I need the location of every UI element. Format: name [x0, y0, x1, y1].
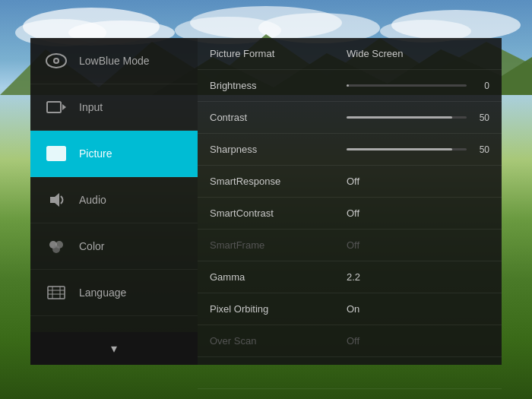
sidebar-item-picture[interactable]: Picture — [30, 131, 198, 177]
sidebar: LowBlue Mode Input Picture — [30, 38, 198, 365]
brightness-track[interactable] — [347, 84, 467, 87]
row-smart-response[interactable]: SmartResponse Off — [198, 166, 502, 198]
gamma-value: 2.2 — [347, 271, 489, 283]
brightness-label: Brightness — [210, 80, 347, 91]
color-label: Color — [79, 240, 104, 252]
smart-frame-label: SmartFrame — [210, 239, 347, 251]
sidebar-item-language[interactable]: Language — [30, 270, 198, 316]
over-scan-value: Off — [347, 335, 489, 347]
language-icon — [44, 280, 68, 305]
color-icon — [44, 234, 68, 258]
row-sharpness[interactable]: Sharpness 50 — [198, 134, 502, 166]
picture-format-label: Picture Format — [210, 48, 347, 59]
row-over-scan: Over Scan Off — [198, 325, 502, 357]
contrast-fill — [347, 116, 452, 119]
row-smart-contrast[interactable]: SmartContrast Off — [198, 198, 502, 230]
input-label: Input — [79, 101, 103, 113]
lowblue-label: LowBlue Mode — [79, 55, 150, 67]
row-gamma[interactable]: Gamma 2.2 — [198, 261, 502, 293]
svg-rect-15 — [47, 147, 65, 160]
chevron-down-icon[interactable]: ▾ — [111, 341, 117, 356]
svg-marker-16 — [50, 193, 59, 207]
picture-format-value: Wide Screen — [347, 48, 489, 59]
smart-response-value: Off — [347, 176, 489, 187]
row-smart-frame: SmartFrame Off — [198, 230, 502, 261]
svg-marker-14 — [62, 104, 66, 110]
contrast-track[interactable] — [347, 116, 467, 119]
sidebar-item-color[interactable]: Color — [30, 223, 198, 270]
gamma-label: Gamma — [210, 271, 347, 283]
sharpness-num: 50 — [474, 144, 489, 155]
contrast-slider-container: 50 — [347, 112, 489, 123]
audio-icon — [44, 188, 68, 212]
sidebar-item-lowblue[interactable]: LowBlue Mode — [30, 38, 198, 84]
sharpness-slider-container: 50 — [347, 144, 489, 155]
row-empty-1 — [198, 357, 502, 389]
over-scan-label: Over Scan — [210, 335, 347, 347]
row-contrast[interactable]: Contrast 50 — [198, 102, 502, 134]
smart-response-label: SmartResponse — [210, 176, 347, 187]
row-picture-format[interactable]: Picture Format Wide Screen — [198, 38, 502, 70]
brightness-fill — [347, 84, 349, 87]
sidebar-item-input[interactable]: Input — [30, 84, 198, 131]
menu-overlay: LowBlue Mode Input Picture — [30, 38, 502, 365]
row-pixel-orbiting[interactable]: Pixel Orbiting On — [198, 293, 502, 325]
sidebar-item-audio[interactable]: Audio — [30, 177, 198, 223]
smart-contrast-label: SmartContrast — [210, 207, 347, 219]
picture-icon — [44, 141, 68, 166]
content-panel: Picture Format Wide Screen Brightness 0 … — [198, 38, 502, 365]
contrast-label: Contrast — [210, 112, 347, 123]
sidebar-bottom: ▾ — [30, 332, 198, 365]
brightness-slider-container: 0 — [347, 81, 489, 91]
svg-rect-20 — [48, 287, 65, 299]
svg-point-12 — [55, 59, 58, 62]
sharpness-fill — [347, 148, 452, 150]
picture-label: Picture — [79, 147, 112, 160]
row-brightness[interactable]: Brightness 0 — [198, 70, 502, 102]
smart-contrast-value: Off — [347, 207, 489, 219]
smart-frame-value: Off — [347, 239, 489, 251]
svg-point-19 — [52, 245, 60, 253]
sharpness-label: Sharpness — [210, 144, 347, 155]
sharpness-track[interactable] — [347, 148, 467, 150]
input-icon — [44, 95, 68, 119]
audio-label: Audio — [79, 194, 106, 206]
svg-rect-13 — [47, 102, 61, 112]
row-empty-2 — [198, 389, 502, 399]
eye-icon — [44, 49, 68, 73]
pixel-orbiting-label: Pixel Orbiting — [210, 303, 347, 315]
pixel-orbiting-value: On — [347, 303, 489, 315]
brightness-num: 0 — [474, 81, 489, 91]
contrast-num: 50 — [474, 112, 489, 123]
language-label: Language — [79, 287, 126, 299]
